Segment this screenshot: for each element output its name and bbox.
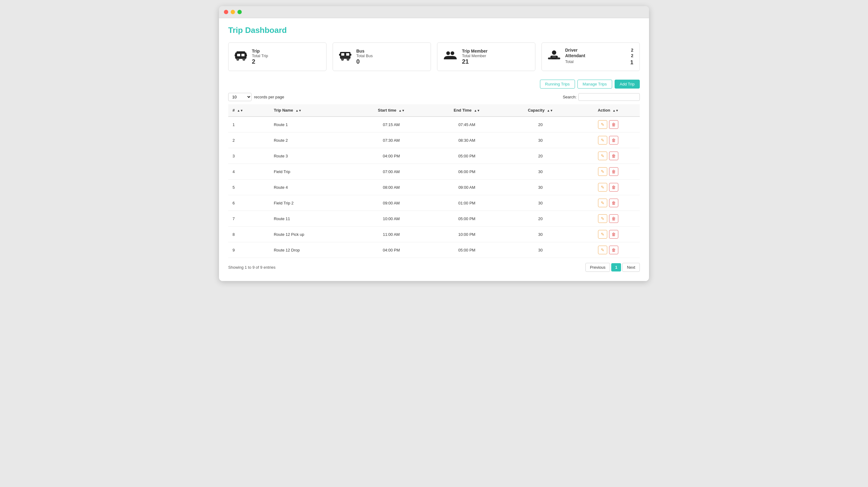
cell-capacity: 20 [504, 117, 577, 133]
trip-value: 2 [252, 58, 255, 65]
cell-end-time: 10:00 PM [429, 227, 504, 242]
cell-capacity: 20 [504, 148, 577, 164]
svg-rect-15 [350, 54, 351, 56]
edit-button[interactable]: ✎ [598, 151, 607, 160]
edit-button[interactable]: ✎ [598, 214, 607, 223]
next-button[interactable]: Next [622, 263, 640, 272]
cell-trip-name: Field Trip [269, 164, 353, 179]
trip-label: Trip [252, 49, 260, 54]
cell-start-time: 07:00 AM [353, 164, 429, 179]
cell-trip-name: Route 12 Pick up [269, 227, 353, 242]
running-trips-button[interactable]: Running Trips [540, 80, 575, 89]
member-icon [443, 50, 457, 64]
cell-start-time: 08:00 AM [353, 179, 429, 195]
delete-button[interactable]: 🗑 [609, 151, 618, 160]
table-row: 5 Route 4 08:00 AM 09:00 AM 30 ✎ 🗑 [228, 179, 640, 195]
previous-button[interactable]: Previous [585, 263, 610, 272]
svg-rect-10 [346, 53, 349, 56]
cell-action: ✎ 🗑 [577, 164, 640, 179]
cell-end-time: 01:00 PM [429, 195, 504, 211]
edit-button[interactable]: ✎ [598, 199, 607, 207]
cell-trip-name: Route 2 [269, 133, 353, 148]
controls-row: 10 25 50 100 records per page Search: [228, 93, 640, 101]
col-trip-name[interactable]: Trip Name ▲▼ [269, 104, 353, 117]
add-trip-button[interactable]: Add Trip [615, 80, 640, 89]
cell-num: 8 [228, 227, 269, 242]
bus-info: Bus Total Bus 0 [356, 49, 373, 65]
table-row: 2 Route 2 07:30 AM 08:30 AM 30 ✎ 🗑 [228, 133, 640, 148]
per-page-select[interactable]: 10 25 50 100 [228, 93, 252, 101]
svg-point-18 [451, 51, 454, 55]
svg-rect-7 [246, 54, 247, 56]
delete-button[interactable]: 🗑 [609, 183, 618, 192]
delete-button[interactable]: 🗑 [609, 230, 618, 238]
col-end-time[interactable]: End Time ▲▼ [429, 104, 504, 117]
col-start-time[interactable]: Start time ▲▼ [353, 104, 429, 117]
driver-total-value: 1 [630, 59, 633, 66]
col-num[interactable]: # ▲▼ [228, 104, 269, 117]
cell-num: 9 [228, 242, 269, 258]
cell-end-time: 05:00 PM [429, 211, 504, 227]
edit-button[interactable]: ✎ [598, 183, 607, 192]
minimize-button[interactable] [231, 10, 235, 14]
delete-button[interactable]: 🗑 [609, 246, 618, 254]
stat-card-bus: Bus Total Bus 0 [333, 42, 431, 71]
cell-num: 1 [228, 117, 269, 133]
member-value: 21 [462, 58, 469, 65]
page-1-button[interactable]: 1 [611, 263, 621, 271]
cell-num: 2 [228, 133, 269, 148]
manage-trips-button[interactable]: Manage Trips [578, 80, 612, 89]
cell-start-time: 07:30 AM [353, 133, 429, 148]
showing-text: Showing 1 to 9 of 9 entries [228, 265, 276, 269]
search-wrap: Search: [563, 93, 640, 101]
svg-point-19 [552, 51, 556, 55]
edit-button[interactable]: ✎ [598, 136, 607, 144]
cell-num: 7 [228, 211, 269, 227]
edit-button[interactable]: ✎ [598, 230, 607, 238]
maximize-button[interactable] [238, 10, 242, 14]
cell-capacity: 30 [504, 195, 577, 211]
edit-button[interactable]: ✎ [598, 167, 607, 176]
member-info: Trip Member Total Member 21 [462, 49, 488, 65]
cell-capacity: 30 [504, 133, 577, 148]
cell-num: 5 [228, 179, 269, 195]
delete-button[interactable]: 🗑 [609, 199, 618, 207]
member-sublabel: Total Member [462, 54, 486, 58]
cell-capacity: 30 [504, 164, 577, 179]
svg-rect-6 [235, 54, 236, 56]
delete-button[interactable]: 🗑 [609, 136, 618, 144]
cell-start-time: 04:00 PM [353, 148, 429, 164]
table-row: 8 Route 12 Pick up 11:00 AM 10:00 PM 30 … [228, 227, 640, 242]
cell-start-time: 10:00 AM [353, 211, 429, 227]
col-capacity[interactable]: Capacity ▲▼ [504, 104, 577, 117]
edit-button[interactable]: ✎ [598, 120, 607, 129]
cell-capacity: 20 [504, 211, 577, 227]
app-window: Trip Dashboard [219, 6, 649, 281]
delete-button[interactable]: 🗑 [609, 167, 618, 176]
cell-action: ✎ 🗑 [577, 227, 640, 242]
close-button[interactable] [224, 10, 228, 14]
titlebar [219, 6, 649, 18]
cell-start-time: 11:00 AM [353, 227, 429, 242]
cell-end-time: 06:00 PM [429, 164, 504, 179]
attendant-label: Attendant [565, 53, 585, 58]
delete-button[interactable]: 🗑 [609, 120, 618, 129]
table-row: 4 Field Trip 07:00 AM 06:00 PM 30 ✎ 🗑 [228, 164, 640, 179]
col-action[interactable]: Action ▲▼ [577, 104, 640, 117]
cell-end-time: 05:00 PM [429, 242, 504, 258]
svg-rect-22 [557, 57, 560, 59]
driver-label: Driver [565, 48, 585, 53]
edit-button[interactable]: ✎ [598, 246, 607, 254]
per-page-wrap: 10 25 50 100 records per page [228, 93, 284, 101]
table-row: 6 Field Trip 2 09:00 AM 01:00 PM 30 ✎ 🗑 [228, 195, 640, 211]
svg-rect-2 [237, 54, 240, 56]
delete-button[interactable]: 🗑 [609, 214, 618, 223]
table-row: 9 Route 12 Drop 04:00 PM 05:00 PM 30 ✎ 🗑 [228, 242, 640, 258]
driver-details: Driver Attendant 2 2 Total 1 [565, 48, 633, 66]
bus-icon [339, 50, 351, 64]
main-content: Trip Dashboard [219, 18, 649, 281]
search-input[interactable] [578, 93, 640, 101]
attendant-value: 2 [631, 53, 633, 58]
stat-card-member: Trip Member Total Member 21 [437, 42, 535, 71]
table-row: 7 Route 11 10:00 AM 05:00 PM 20 ✎ 🗑 [228, 211, 640, 227]
